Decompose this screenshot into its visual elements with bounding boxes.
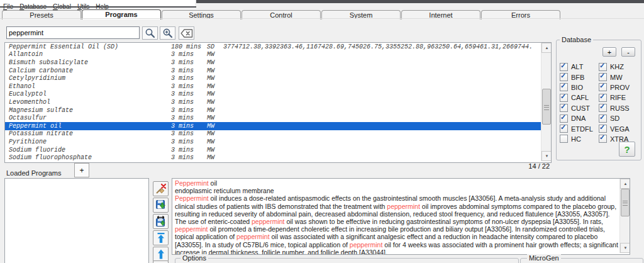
program-row[interactable]: Pyrithione3 minsMW — [5, 138, 551, 146]
check-mark-icon: ✓ — [560, 123, 566, 132]
program-duration: 180 mins — [171, 43, 207, 50]
checkbox-icon[interactable]: ✓ — [599, 83, 607, 91]
checkbox-icon[interactable]: ✓ — [560, 83, 568, 91]
check-mark-icon: ✓ — [560, 113, 566, 121]
db-checkbox-etdfl[interactable]: ✓ETDFL — [560, 123, 593, 133]
checkbox-icon[interactable]: ✓ — [560, 63, 568, 71]
checkbox-icon[interactable]: ✓ — [599, 135, 607, 143]
zoom-search-button[interactable] — [160, 26, 175, 40]
checkbox-icon[interactable]: ✓ — [599, 104, 607, 112]
magnifier-plus-icon — [162, 28, 173, 38]
db-checkbox-hc[interactable]: HC — [560, 134, 593, 144]
program-row[interactable]: Cetylpyridinium3 minsMW — [5, 74, 551, 82]
program-flag: MW — [207, 138, 223, 145]
program-row[interactable]: Octasulfur3 minsMW — [5, 114, 551, 122]
db-checkbox-cust[interactable]: ✓CUST — [560, 103, 593, 113]
db-checkbox-vega[interactable]: ✓VEGA — [599, 123, 630, 133]
checkbox-icon[interactable]: ✓ — [599, 73, 607, 81]
scroll-up-icon[interactable]: ▲ — [541, 43, 552, 53]
checkbox-label: SD — [610, 115, 619, 122]
search-input[interactable] — [6, 26, 140, 39]
move-up-button[interactable] — [153, 247, 169, 262]
program-duration: 3 mins — [171, 67, 207, 74]
checkbox-icon[interactable]: ✓ — [599, 63, 607, 71]
program-row[interactable]: Peppermint oil3 minsMW — [5, 122, 551, 130]
program-list: Peppermint Essential Oil (SD)180 minsSD3… — [4, 42, 552, 163]
db-checkbox-sd[interactable]: ✓SD — [599, 113, 630, 123]
program-row[interactable]: Magnesium sulfate3 minsMW — [5, 106, 551, 115]
db-checkbox-prov[interactable]: ✓PROV — [599, 82, 630, 92]
checkbox-icon[interactable]: ✓ — [560, 73, 568, 81]
checkbox-label: CAFL — [571, 94, 589, 101]
program-duration: 3 mins — [171, 123, 207, 130]
program-flag: MW — [207, 107, 223, 114]
program-row[interactable]: Peppermint Essential Oil (SD)180 minsSD3… — [5, 43, 551, 51]
db-checkbox-alt[interactable]: ✓ALT — [560, 62, 593, 72]
program-duration: 3 mins — [171, 91, 207, 98]
db-checkbox-russ[interactable]: ✓RUSS — [599, 103, 630, 113]
program-row[interactable]: Ethanol3 minsMW — [5, 82, 551, 91]
checkbox-icon[interactable]: ✓ — [560, 115, 568, 123]
checkbox-icon[interactable]: ✓ — [599, 94, 607, 102]
checkbox-label: RIFE — [610, 94, 626, 101]
move-top-button[interactable] — [153, 230, 169, 245]
program-row[interactable]: Allantoin3 minsMW — [5, 51, 551, 59]
program-flag: MW — [207, 51, 223, 58]
checkbox-icon[interactable]: ✓ — [599, 125, 607, 133]
description-text: Peppermint oilendoplasmic reticulum memb… — [172, 179, 621, 255]
transfer-loaded-button[interactable] — [153, 214, 169, 229]
desc-scroll-thumb[interactable] — [621, 189, 630, 216]
db-checkbox-dna[interactable]: ✓DNA — [560, 113, 593, 123]
db-checkbox-khz[interactable]: ✓KHZ — [599, 62, 630, 72]
add-program-button[interactable]: + — [74, 163, 89, 177]
window-top-edge — [196, 0, 644, 3]
db-checkbox-mw[interactable]: ✓MW — [599, 72, 630, 82]
checkbox-label: MW — [610, 74, 623, 81]
loaded-programs-list[interactable] — [4, 178, 149, 263]
clear-loaded-button[interactable] — [153, 181, 169, 196]
program-row[interactable]: Potassium nitrate3 minsMW — [5, 130, 551, 138]
program-row[interactable]: Eucalyptol3 minsMW — [5, 91, 551, 99]
program-flag: MW — [207, 130, 223, 137]
clear-search-button[interactable] — [179, 26, 194, 40]
database-add-button[interactable]: + — [602, 47, 616, 57]
search-button[interactable] — [142, 26, 158, 40]
scroll-down-icon[interactable]: ▼ — [541, 151, 552, 161]
program-flag: SD — [207, 43, 223, 50]
program-duration: 3 mins — [171, 138, 207, 145]
tab-strip: PresetsProgramsSettingsControlSystemInte… — [2, 8, 561, 18]
save-loaded-button[interactable] — [153, 198, 169, 213]
program-name: Magnesium sulfate — [5, 107, 171, 114]
checkbox-label: HC — [571, 135, 581, 143]
program-list-scrollbar[interactable]: ▲ ▼ — [541, 43, 551, 161]
desc-scroll-up-icon[interactable]: ▲ — [620, 179, 630, 189]
tab-strip-edge — [0, 18, 644, 19]
db-checkbox-bio[interactable]: ✓BIO — [560, 82, 593, 92]
db-checkbox-rife[interactable]: ✓RIFE — [599, 92, 630, 103]
help-button[interactable]: ? — [619, 142, 635, 157]
checkbox-icon[interactable]: ✓ — [560, 104, 568, 112]
program-row[interactable]: Sodium fluorophosphate3 minsMW — [5, 154, 551, 162]
highlighted-term: peppermint — [387, 203, 420, 210]
program-row[interactable]: Calcium carbonate3 minsMW — [5, 67, 551, 75]
db-checkbox-bfb[interactable]: ✓BFB — [560, 72, 593, 82]
checkbox-icon[interactable]: ✓ — [560, 94, 568, 102]
program-name: Pyrithione — [5, 138, 171, 145]
backspace-clear-icon — [180, 29, 193, 38]
desc-scroll-down-icon[interactable]: ▼ — [620, 243, 630, 253]
move-down-button[interactable] — [153, 260, 169, 263]
description-paragraph: endoplasmic reticulum membrane — [175, 187, 619, 194]
database-remove-button[interactable]: - — [621, 47, 635, 57]
checkbox-label: BIO — [571, 84, 583, 91]
program-duration: 3 mins — [171, 75, 207, 82]
description-scrollbar[interactable]: ▲ ▼ — [619, 179, 630, 253]
scroll-thumb[interactable] — [542, 89, 551, 125]
program-row[interactable]: Bismuth subsalicylate3 minsMW — [5, 59, 551, 67]
checkbox-icon[interactable]: ✓ — [560, 125, 568, 133]
program-row[interactable]: Sodium fluoride3 minsMW — [5, 146, 551, 154]
program-row[interactable]: Levomenthol3 minsMW — [5, 98, 551, 106]
checkbox-icon[interactable] — [560, 135, 568, 143]
checkbox-icon[interactable]: ✓ — [599, 115, 607, 123]
check-mark-icon: ✓ — [560, 62, 566, 70]
db-checkbox-cafl[interactable]: ✓CAFL — [560, 92, 593, 103]
